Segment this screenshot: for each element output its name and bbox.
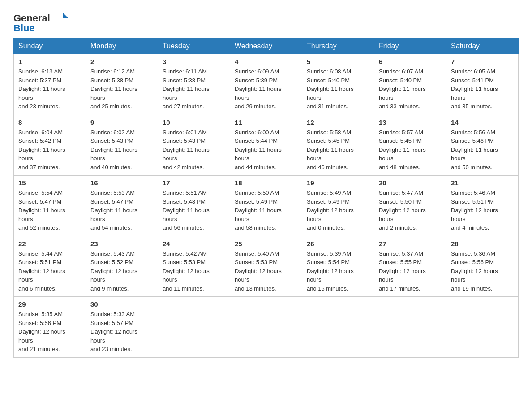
day-info: Sunrise: 5:39 AMSunset: 5:54 PMDaylight:…: [307, 249, 369, 293]
calendar-cell: 14Sunrise: 5:56 AMSunset: 5:46 PMDayligh…: [446, 115, 519, 176]
weekday-header-wednesday: Wednesday: [230, 39, 302, 54]
day-number: 3: [163, 58, 225, 65]
calendar-cell: [374, 297, 446, 358]
day-info: Sunrise: 6:12 AMSunset: 5:38 PMDaylight:…: [90, 67, 153, 111]
calendar-cell: 30Sunrise: 5:33 AMSunset: 5:57 PMDayligh…: [86, 297, 158, 358]
day-number: 17: [163, 179, 225, 187]
calendar-cell: 29Sunrise: 5:35 AMSunset: 5:56 PMDayligh…: [14, 297, 86, 358]
calendar-week-3: 15Sunrise: 5:54 AMSunset: 5:47 PMDayligh…: [14, 176, 519, 236]
calendar-cell: 21Sunrise: 5:46 AMSunset: 5:51 PMDayligh…: [446, 176, 519, 236]
day-info: Sunrise: 5:49 AMSunset: 5:49 PMDaylight:…: [307, 188, 369, 232]
day-info: Sunrise: 5:54 AMSunset: 5:47 PMDaylight:…: [18, 188, 81, 232]
day-number: 2: [90, 58, 153, 65]
day-number: 18: [235, 179, 297, 187]
calendar-cell: 27Sunrise: 5:37 AMSunset: 5:55 PMDayligh…: [374, 236, 446, 297]
logo: General Blue: [13, 9, 72, 34]
day-info: Sunrise: 5:42 AMSunset: 5:53 PMDaylight:…: [163, 249, 225, 293]
day-number: 15: [18, 179, 81, 187]
calendar-cell: 8Sunrise: 6:04 AMSunset: 5:42 PMDaylight…: [14, 115, 86, 176]
svg-marker-1: [63, 13, 68, 18]
day-info: Sunrise: 5:35 AMSunset: 5:56 PMDaylight:…: [18, 310, 81, 354]
day-info: Sunrise: 5:44 AMSunset: 5:51 PMDaylight:…: [18, 249, 81, 293]
day-info: Sunrise: 6:04 AMSunset: 5:42 PMDaylight:…: [18, 128, 81, 172]
svg-text:Blue: Blue: [13, 22, 35, 34]
calendar-cell: 19Sunrise: 5:49 AMSunset: 5:49 PMDayligh…: [302, 176, 374, 236]
day-info: Sunrise: 6:09 AMSunset: 5:39 PMDaylight:…: [235, 67, 297, 111]
day-number: 11: [235, 119, 297, 126]
calendar-week-5: 29Sunrise: 5:35 AMSunset: 5:56 PMDayligh…: [14, 297, 519, 358]
weekday-header-friday: Friday: [374, 39, 446, 54]
day-number: 6: [379, 58, 442, 65]
calendar-cell: 12Sunrise: 5:58 AMSunset: 5:45 PMDayligh…: [302, 115, 374, 176]
day-number: 16: [90, 179, 153, 187]
day-number: 9: [90, 119, 153, 126]
calendar-cell: 28Sunrise: 5:36 AMSunset: 5:56 PMDayligh…: [446, 236, 519, 297]
weekday-header-sunday: Sunday: [14, 39, 86, 54]
day-info: Sunrise: 5:37 AMSunset: 5:55 PMDaylight:…: [379, 249, 442, 293]
weekday-header-row: SundayMondayTuesdayWednesdayThursdayFrid…: [14, 39, 519, 54]
day-number: 19: [307, 179, 369, 187]
day-info: Sunrise: 6:02 AMSunset: 5:43 PMDaylight:…: [90, 128, 153, 172]
day-info: Sunrise: 5:40 AMSunset: 5:53 PMDaylight:…: [235, 249, 297, 293]
calendar-week-1: 1Sunrise: 6:13 AMSunset: 5:37 PMDaylight…: [14, 54, 519, 115]
calendar-cell: [158, 297, 230, 358]
day-info: Sunrise: 5:47 AMSunset: 5:50 PMDaylight:…: [379, 188, 442, 232]
day-number: 14: [451, 119, 514, 126]
calendar-cell: 15Sunrise: 5:54 AMSunset: 5:47 PMDayligh…: [14, 176, 86, 236]
day-number: 28: [451, 240, 514, 248]
day-info: Sunrise: 6:11 AMSunset: 5:38 PMDaylight:…: [163, 67, 225, 111]
calendar-header: SundayMondayTuesdayWednesdayThursdayFrid…: [14, 39, 519, 54]
calendar-cell: 10Sunrise: 6:01 AMSunset: 5:43 PMDayligh…: [158, 115, 230, 176]
logo-image: General Blue: [13, 9, 72, 34]
calendar-cell: 9Sunrise: 6:02 AMSunset: 5:43 PMDaylight…: [86, 115, 158, 176]
day-info: Sunrise: 5:58 AMSunset: 5:45 PMDaylight:…: [307, 128, 369, 172]
calendar-cell: 2Sunrise: 6:12 AMSunset: 5:38 PMDaylight…: [86, 54, 158, 115]
day-number: 26: [307, 240, 369, 248]
calendar-cell: 23Sunrise: 5:43 AMSunset: 5:52 PMDayligh…: [86, 236, 158, 297]
day-number: 21: [451, 179, 514, 187]
day-number: 29: [18, 300, 81, 308]
day-info: Sunrise: 6:08 AMSunset: 5:40 PMDaylight:…: [307, 67, 369, 111]
day-number: 8: [18, 119, 81, 126]
day-info: Sunrise: 6:00 AMSunset: 5:44 PMDaylight:…: [235, 128, 297, 172]
calendar-cell: 6Sunrise: 6:07 AMSunset: 5:40 PMDaylight…: [374, 54, 446, 115]
calendar-cell: 17Sunrise: 5:51 AMSunset: 5:48 PMDayligh…: [158, 176, 230, 236]
day-number: 30: [90, 300, 153, 308]
weekday-header-thursday: Thursday: [302, 39, 374, 54]
day-number: 25: [235, 240, 297, 248]
day-number: 20: [379, 179, 442, 187]
calendar-cell: 20Sunrise: 5:47 AMSunset: 5:50 PMDayligh…: [374, 176, 446, 236]
weekday-header-tuesday: Tuesday: [158, 39, 230, 54]
calendar-cell: 3Sunrise: 6:11 AMSunset: 5:38 PMDaylight…: [158, 54, 230, 115]
calendar-cell: [230, 297, 302, 358]
day-info: Sunrise: 5:50 AMSunset: 5:49 PMDaylight:…: [235, 188, 297, 232]
calendar-cell: 24Sunrise: 5:42 AMSunset: 5:53 PMDayligh…: [158, 236, 230, 297]
calendar-cell: 5Sunrise: 6:08 AMSunset: 5:40 PMDaylight…: [302, 54, 374, 115]
day-info: Sunrise: 5:36 AMSunset: 5:56 PMDaylight:…: [451, 249, 514, 293]
calendar-body: 1Sunrise: 6:13 AMSunset: 5:37 PMDaylight…: [14, 54, 519, 358]
calendar-cell: 18Sunrise: 5:50 AMSunset: 5:49 PMDayligh…: [230, 176, 302, 236]
day-number: 22: [18, 240, 81, 248]
calendar-cell: 22Sunrise: 5:44 AMSunset: 5:51 PMDayligh…: [14, 236, 86, 297]
day-number: 10: [163, 119, 225, 126]
calendar-cell: 4Sunrise: 6:09 AMSunset: 5:39 PMDaylight…: [230, 54, 302, 115]
day-info: Sunrise: 5:56 AMSunset: 5:46 PMDaylight:…: [451, 128, 514, 172]
calendar-week-2: 8Sunrise: 6:04 AMSunset: 5:42 PMDaylight…: [14, 115, 519, 176]
day-info: Sunrise: 5:43 AMSunset: 5:52 PMDaylight:…: [90, 249, 153, 293]
calendar-cell: [302, 297, 374, 358]
day-info: Sunrise: 6:01 AMSunset: 5:43 PMDaylight:…: [163, 128, 225, 172]
day-number: 13: [379, 119, 442, 126]
day-number: 1: [18, 58, 81, 65]
day-number: 7: [451, 58, 514, 65]
calendar-cell: 7Sunrise: 6:05 AMSunset: 5:41 PMDaylight…: [446, 54, 519, 115]
day-info: Sunrise: 5:53 AMSunset: 5:47 PMDaylight:…: [90, 188, 153, 232]
calendar-table: SundayMondayTuesdayWednesdayThursdayFrid…: [13, 38, 519, 358]
page-header: General Blue: [13, 9, 519, 34]
calendar-cell: 16Sunrise: 5:53 AMSunset: 5:47 PMDayligh…: [86, 176, 158, 236]
day-number: 4: [235, 58, 297, 65]
calendar-cell: 1Sunrise: 6:13 AMSunset: 5:37 PMDaylight…: [14, 54, 86, 115]
day-info: Sunrise: 5:46 AMSunset: 5:51 PMDaylight:…: [451, 188, 514, 232]
day-info: Sunrise: 6:13 AMSunset: 5:37 PMDaylight:…: [18, 67, 81, 111]
day-info: Sunrise: 5:33 AMSunset: 5:57 PMDaylight:…: [90, 310, 153, 354]
day-info: Sunrise: 5:51 AMSunset: 5:48 PMDaylight:…: [163, 188, 225, 232]
